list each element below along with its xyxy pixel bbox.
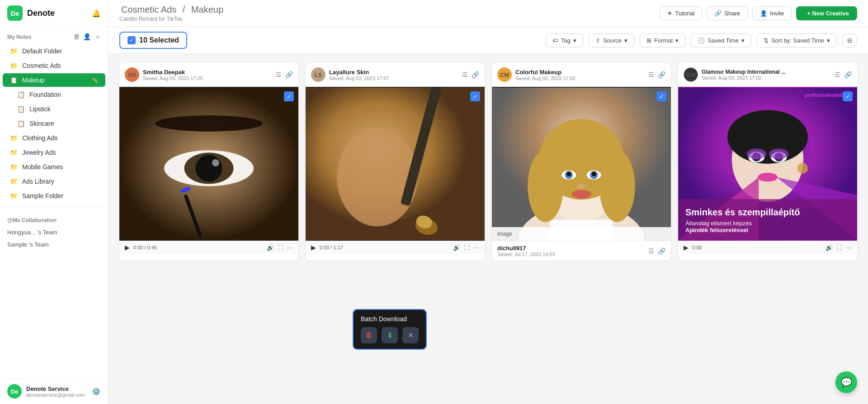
breadcrumb-root[interactable]: Cosmetic Ads <box>121 5 176 14</box>
card-2-meta: Layallure Skin Saved: Aug 03, 2023 17:07 <box>329 69 458 81</box>
card-4-checkbox[interactable]: ✓ <box>843 91 853 101</box>
invite-button[interactable]: 👤 Invite <box>752 6 792 20</box>
sort-button[interactable]: ⇅ Sort by: Saved Time ▾ <box>757 33 837 48</box>
list-icon[interactable]: ☰ <box>835 71 840 78</box>
card-1: SD Smitha Deepak Saved: Aug 03, 2023 17:… <box>119 63 298 261</box>
card-1-avatar: SD <box>125 67 139 82</box>
sidebar-item-foundation[interactable]: 📋 Foundation <box>3 88 105 101</box>
team-item-1[interactable]: Hongyua... 's Team <box>0 226 108 238</box>
card-4: GM Glamour Makeup International ... Save… <box>678 63 857 261</box>
sidebar-item-default-folder[interactable]: 📁 Default Folder <box>3 44 105 58</box>
svg-point-4 <box>195 155 222 181</box>
volume-icon[interactable]: 🔊 <box>826 244 833 251</box>
add-user-icon[interactable]: 👤 <box>83 33 91 41</box>
saved-time-filter-button[interactable]: 🕐 Saved Time ▾ <box>691 33 751 48</box>
card-4-text-overlay: Sminkes és szempillaépítő Államilag elis… <box>678 199 857 241</box>
card-2-saved: Saved: Aug 03, 2023 17:07 <box>329 76 458 81</box>
sidebar-footer: De Denote Service denoteservice@gmail.co… <box>0 378 108 404</box>
list-icon[interactable]: ☰ <box>276 71 282 78</box>
sort-icon: ⇅ <box>764 37 769 44</box>
more-icon[interactable]: ⋯ <box>287 244 293 251</box>
sidebar-item-label: Makeup <box>22 76 45 84</box>
card-4-creator: Glamour Makeup International ... <box>702 69 831 75</box>
source-filter-button[interactable]: ⇪ Source ▾ <box>589 33 634 48</box>
format-filter-button[interactable]: ⊞ Format ▾ <box>640 33 685 48</box>
card-1-creator: Smitha Deepak <box>143 69 272 76</box>
play-button[interactable]: ▶ <box>311 244 316 251</box>
page-subtitle: Castillo Richard for TikTok. <box>119 16 225 22</box>
fullscreen-icon[interactable]: ⛶ <box>464 244 470 251</box>
fullscreen-icon[interactable]: ⛶ <box>836 244 842 251</box>
sidebar-item-sample-folder[interactable]: 📁 Sample Folder <box>3 189 105 203</box>
link-icon[interactable]: 🔗 <box>658 71 665 78</box>
sidebar-item-makeup[interactable]: 📋 Makeup ✏️ <box>3 73 105 87</box>
trash-icon[interactable]: 🗑 <box>73 33 80 41</box>
card-3-bottom-actions: ☰ 🔗 <box>648 247 665 255</box>
more-icon[interactable]: ⋯ <box>473 244 479 251</box>
card-1-video-bar: ▶ 0:00 / 0:46 🔊 ⛶ ⋯ <box>119 241 298 254</box>
play-button[interactable]: ▶ <box>125 244 130 251</box>
card-1-checkbox[interactable]: ✓ <box>284 91 294 101</box>
link-icon[interactable]: 🔗 <box>658 247 665 255</box>
grid-icon: ⊞ <box>646 37 651 44</box>
card-3-type-label: image <box>492 227 671 241</box>
grid-layout-button[interactable]: ⊟ <box>842 33 857 48</box>
tutorial-button[interactable]: ✈ Tutorial <box>660 6 702 20</box>
share-button[interactable]: 🔗 Share <box>707 6 748 20</box>
svg-point-32 <box>727 110 808 164</box>
card-2-checkbox[interactable]: ✓ <box>470 91 480 101</box>
bell-icon[interactable]: 🔔 <box>92 9 101 18</box>
volume-icon[interactable]: 🔊 <box>267 244 274 251</box>
footer-email: denoteservice@gmail.com <box>26 392 87 398</box>
svg-point-1 <box>155 115 263 132</box>
card-4-sub-text: Államilag elismert képzés <box>685 220 850 227</box>
collab-section-label: @Me Collaboration <box>0 211 108 226</box>
sidebar-item-jewelry-ads[interactable]: 📁 Jewelry Ads <box>3 146 105 159</box>
list-icon[interactable]: ☰ <box>648 247 654 255</box>
sidebar-item-skincare[interactable]: 📋 Skincare <box>3 117 105 130</box>
more-icon[interactable]: ⋯ <box>846 244 852 251</box>
video-time: 0:00 <box>692 245 702 250</box>
chat-bubble[interactable]: 💬 <box>835 371 857 393</box>
card-2: LS Layallure Skin Saved: Aug 03, 2023 17… <box>306 63 485 261</box>
sidebar-item-ads-library[interactable]: 📁 Ads Library <box>3 175 105 188</box>
new-creative-button[interactable]: + New Creative <box>796 6 857 20</box>
folder-icon: 📁 <box>10 178 18 185</box>
sidebar-item-clothing-ads[interactable]: 📁 Clothing Ads <box>3 131 105 145</box>
card-4-avatar: GM <box>684 67 698 82</box>
list-icon[interactable]: ☰ <box>648 71 654 78</box>
clock-icon: 🕐 <box>698 37 705 44</box>
sidebar-item-lipstick[interactable]: 📋 Lipstick <box>3 102 105 116</box>
chevron-down-icon: ▾ <box>675 37 679 44</box>
note-icon: 📋 <box>17 91 25 98</box>
breadcrumb-current: Makeup <box>191 5 223 14</box>
sidebar-item-cosmetic-ads[interactable]: 📁 Cosmetic Ads <box>3 59 105 72</box>
card-3-actions: ☰ 🔗 <box>648 71 665 78</box>
link-icon[interactable]: 🔗 <box>844 71 852 78</box>
link-icon[interactable]: 🔗 <box>285 71 293 78</box>
team-item-2[interactable]: Sample 's Team <box>0 238 108 251</box>
folder-icon: 📁 <box>10 192 18 200</box>
video-controls: 🔊 ⛶ ⋯ <box>453 244 479 251</box>
tag-filter-button[interactable]: 🏷 Tag ▾ <box>546 33 583 48</box>
play-button[interactable]: ▶ <box>684 244 689 251</box>
app-name: Denote <box>27 9 87 18</box>
volume-icon[interactable]: 🔊 <box>453 244 460 251</box>
list-icon[interactable]: ☰ <box>462 71 468 78</box>
edit-icon[interactable]: ✏️ <box>91 77 98 83</box>
settings-icon[interactable]: ⚙️ <box>92 387 101 396</box>
folder-icon: 📁 <box>10 134 18 142</box>
svg-point-37 <box>746 148 766 159</box>
card-4-header: GM Glamour Makeup International ... Save… <box>678 63 857 87</box>
card-1-actions: ☰ 🔗 <box>276 71 293 78</box>
svg-point-26 <box>592 172 596 176</box>
chevron-down-icon: ▾ <box>741 37 745 44</box>
link-icon[interactable]: 🔗 <box>472 71 479 78</box>
card-2-video-bar: ▶ 0:00 / 1:17 🔊 ⛶ ⋯ <box>306 241 485 254</box>
card-3-checkbox[interactable]: ✓ <box>656 91 666 101</box>
add-folder-icon[interactable]: ＋ <box>94 33 101 41</box>
sidebar-item-mobile-games[interactable]: 📁 Mobile Games <box>3 160 105 174</box>
fullscreen-icon[interactable]: ⛶ <box>278 244 283 251</box>
card-2-avatar: LS <box>311 67 326 82</box>
card-3-creator: Colorful Makeup <box>515 69 645 76</box>
